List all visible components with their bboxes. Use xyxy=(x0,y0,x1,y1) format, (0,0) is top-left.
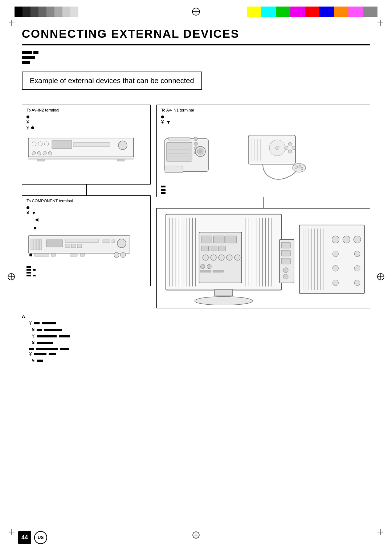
svg-point-46 xyxy=(117,239,126,248)
svg-point-76 xyxy=(288,142,292,146)
svg-rect-31 xyxy=(28,158,134,159)
rgb-color-bar xyxy=(247,7,377,17)
svg-rect-68 xyxy=(165,166,183,173)
svg-point-128 xyxy=(195,296,252,305)
svg-rect-110 xyxy=(210,246,217,251)
svg-rect-41 xyxy=(66,244,70,248)
component-box: To COMPONENT terminal ¥ ▼ ◄ ■ xyxy=(22,195,151,286)
svg-point-80 xyxy=(293,163,306,172)
svg-rect-50 xyxy=(70,254,77,256)
svg-point-140 xyxy=(354,236,361,243)
right-crosshair xyxy=(377,273,385,282)
svg-point-77 xyxy=(292,146,295,150)
corner-mark-tr xyxy=(377,20,383,26)
comp-bullet2: ¥ ▼ xyxy=(26,210,146,216)
comp-arrow-item: ◄ xyxy=(34,216,146,223)
svg-point-67 xyxy=(194,137,197,141)
svg-point-30 xyxy=(48,151,52,155)
svg-rect-122 xyxy=(281,242,290,248)
bw-color-bar xyxy=(15,7,78,17)
svg-rect-32 xyxy=(37,159,45,161)
bottom-center-crosshair xyxy=(192,531,200,540)
svg-point-113 xyxy=(211,255,216,260)
svg-rect-49 xyxy=(51,254,56,256)
svg-point-117 xyxy=(200,264,205,269)
svg-point-82 xyxy=(299,165,301,167)
av-in1-devices xyxy=(161,128,366,184)
svg-point-83 xyxy=(301,167,303,170)
svg-point-145 xyxy=(333,280,339,286)
diagrams-container: To AV-IN2 terminal ¥ ¥ xyxy=(22,105,370,308)
monitor-back-box xyxy=(156,208,370,308)
svg-rect-119 xyxy=(200,270,211,272)
svg-point-81 xyxy=(295,166,298,169)
connect-line-vertical-left xyxy=(86,185,87,195)
av-in1-notes xyxy=(161,186,366,194)
av-in2-box: To AV-IN2 terminal ¥ ¥ xyxy=(22,105,151,185)
svg-rect-108 xyxy=(226,236,237,243)
svg-rect-120 xyxy=(213,270,224,272)
svg-point-142 xyxy=(354,251,360,257)
svg-point-125 xyxy=(283,268,288,273)
icon-block xyxy=(22,51,370,64)
svg-point-27 xyxy=(32,151,36,155)
svg-rect-24 xyxy=(52,141,72,149)
svg-rect-66 xyxy=(168,137,190,140)
svg-rect-43 xyxy=(77,244,82,248)
camcorder-illustration xyxy=(161,128,234,184)
svg-rect-107 xyxy=(213,236,224,243)
svg-rect-109 xyxy=(201,246,208,251)
left-column: To AV-IN2 terminal ¥ ¥ xyxy=(22,105,151,308)
component-notes xyxy=(26,266,146,276)
svg-rect-111 xyxy=(219,246,226,251)
svg-point-118 xyxy=(207,264,211,269)
svg-point-78 xyxy=(288,150,292,153)
av-in1-bullet1 xyxy=(161,114,366,118)
svg-point-47 xyxy=(29,254,32,256)
av-in2-bullet2: ¥ xyxy=(26,119,146,125)
game-console-illustration xyxy=(241,128,306,184)
page-content: CONNECTING EXTERNAL DEVICES Example of e… xyxy=(22,27,370,363)
note-a-section: A ¥ ¥ ¥ ¥ ¥ xyxy=(22,314,370,363)
svg-point-26 xyxy=(118,141,127,150)
svg-rect-42 xyxy=(72,244,76,248)
av-in1-box: To AV-IN1 terminal ¥ ▼ xyxy=(156,105,370,197)
corner-mark-bl xyxy=(9,529,15,535)
page-title: CONNECTING EXTERNAL DEVICES xyxy=(22,27,370,45)
svg-point-28 xyxy=(37,151,41,155)
svg-point-116 xyxy=(234,255,240,260)
svg-point-112 xyxy=(203,255,208,260)
left-crosshair xyxy=(7,273,15,282)
border-top xyxy=(11,22,381,22)
svg-rect-38 xyxy=(40,239,42,250)
svg-rect-48 xyxy=(34,254,49,256)
svg-rect-124 xyxy=(281,258,290,264)
corner-mark-br xyxy=(377,529,383,535)
svg-rect-106 xyxy=(201,236,212,243)
section-title: Example of external devices that can be … xyxy=(22,72,202,90)
svg-point-75 xyxy=(275,146,279,150)
svg-rect-127 xyxy=(215,289,233,296)
svg-point-79 xyxy=(285,146,288,150)
svg-rect-55 xyxy=(167,142,192,161)
svg-point-138 xyxy=(332,236,339,243)
corner-mark-tl xyxy=(9,20,15,26)
region-badge: US xyxy=(34,531,47,544)
svg-point-53 xyxy=(121,252,126,258)
svg-point-29 xyxy=(43,151,46,155)
svg-point-144 xyxy=(354,266,360,271)
comp-bullet1 xyxy=(26,205,146,209)
connect-line-vertical-right xyxy=(264,197,264,208)
svg-rect-51 xyxy=(80,254,85,256)
svg-point-126 xyxy=(283,274,288,279)
component-label: To COMPONENT terminal xyxy=(26,199,146,203)
svg-point-141 xyxy=(333,251,339,257)
svg-rect-40 xyxy=(66,239,98,243)
top-center-crosshair xyxy=(191,7,201,18)
svg-rect-123 xyxy=(281,250,290,256)
dvd-player-illustration xyxy=(26,135,146,166)
svg-rect-33 xyxy=(117,159,124,161)
page-number-area: 44 US xyxy=(18,531,47,544)
svg-point-146 xyxy=(354,280,360,286)
svg-point-139 xyxy=(343,236,350,243)
